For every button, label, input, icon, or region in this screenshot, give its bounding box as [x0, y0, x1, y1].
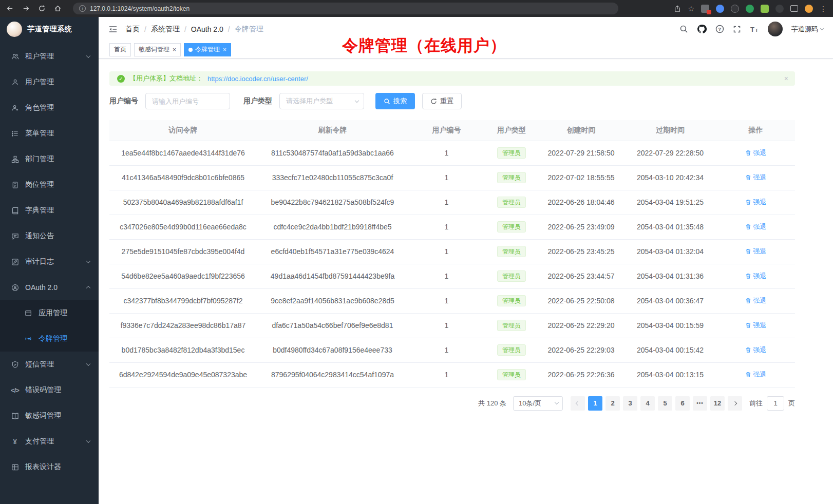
- github-icon[interactable]: [697, 24, 707, 34]
- user-avatar[interactable]: [768, 22, 783, 36]
- page-size-value: 10条/页: [519, 399, 541, 408]
- goto-page-input[interactable]: [767, 396, 784, 411]
- more-pages-button[interactable]: •••: [693, 396, 707, 411]
- breadcrumb-home[interactable]: 首页: [125, 25, 140, 34]
- app-logo-row[interactable]: 芋道管理系统: [0, 17, 99, 41]
- sidebar-item-role[interactable]: 角色管理: [0, 95, 99, 121]
- goto-suffix: 页: [788, 399, 795, 408]
- extensions-icon[interactable]: [701, 5, 709, 13]
- sidebar-item-report-designer[interactable]: 报表设计器: [0, 454, 99, 480]
- doc-link[interactable]: https://doc.iocoder.cn/user-center/: [207, 75, 308, 83]
- sidebar-item-label: 通知公告: [25, 231, 54, 241]
- home-icon[interactable]: [54, 5, 62, 12]
- sidebar-item-menu[interactable]: 菜单管理: [0, 121, 99, 146]
- page-button-5[interactable]: 5: [658, 396, 672, 411]
- user-id-label: 用户编号: [109, 96, 138, 106]
- created-time-cell: 2022-06-25 22:29:03: [538, 338, 624, 362]
- extension-gray-icon[interactable]: [775, 5, 784, 13]
- tab-label: 首页: [114, 45, 126, 54]
- tab-token[interactable]: 令牌管理 ×: [184, 43, 231, 56]
- sidebar-item-label: 应用管理: [39, 308, 67, 318]
- sidebar-item-label: 岗位管理: [25, 180, 54, 189]
- user-type-cell: 管理员: [485, 313, 538, 338]
- sidebar-item-pay[interactable]: ¥ 支付管理: [0, 429, 99, 454]
- share-icon[interactable]: [674, 5, 681, 12]
- page-button-3[interactable]: 3: [623, 396, 637, 411]
- force-logout-button[interactable]: 强退: [745, 222, 767, 231]
- sidebar-item-sensitive-word[interactable]: 敏感词管理: [0, 403, 99, 429]
- site-info-icon[interactable]: i: [79, 5, 86, 12]
- reset-button[interactable]: 重置: [422, 93, 462, 109]
- table-row: c342377bf8b344799dcbf7bf095287f2 9ce8ef2…: [109, 288, 795, 313]
- reload-icon[interactable]: [38, 5, 46, 12]
- tab-window-icon[interactable]: [790, 5, 798, 12]
- address-bar[interactable]: i 127.0.0.1:1024/system/oauth2/token: [73, 3, 618, 14]
- col-expires: 过期时间: [624, 120, 716, 141]
- breadcrumb-system[interactable]: 系统管理: [151, 25, 180, 34]
- page-button-6[interactable]: 6: [675, 396, 690, 411]
- sidebar-item-oauth-apps[interactable]: 应用管理: [0, 300, 99, 326]
- force-logout-button[interactable]: 强退: [745, 370, 767, 379]
- next-page-button[interactable]: [728, 396, 742, 411]
- font-size-icon[interactable]: TT: [750, 25, 759, 33]
- force-logout-button[interactable]: 强退: [745, 148, 767, 158]
- back-icon[interactable]: [6, 5, 14, 12]
- access-token-cell: c347026e805e4d99b0d116eae66eda8c: [109, 215, 257, 239]
- force-logout-button[interactable]: 强退: [745, 345, 767, 355]
- sidebar-item-post[interactable]: 岗位管理: [0, 172, 99, 198]
- oauth-icon: [11, 283, 19, 292]
- profile-avatar-icon[interactable]: [805, 5, 813, 13]
- sidebar-item-audit-log[interactable]: 审计日志: [0, 249, 99, 275]
- force-logout-button[interactable]: 强退: [745, 272, 767, 281]
- force-logout-button[interactable]: 强退: [745, 173, 767, 182]
- sidebar-item-sms[interactable]: 短信管理: [0, 352, 99, 377]
- sidebar-item-oauth-token[interactable]: 令牌管理: [0, 326, 99, 352]
- extension-dark-icon[interactable]: [731, 5, 739, 13]
- extension-green-icon[interactable]: [746, 5, 754, 13]
- force-logout-button[interactable]: 强退: [745, 198, 767, 207]
- chevron-down-icon: [820, 26, 824, 30]
- sidebar-item-errcode[interactable]: </> 错误码管理: [0, 377, 99, 403]
- expire-time-cell: 2054-03-04 01:31:36: [624, 264, 716, 288]
- extension-puzzle-icon[interactable]: [761, 5, 769, 13]
- expire-time-cell: 2054-03-04 00:15:42: [624, 338, 716, 362]
- user-id-input[interactable]: [145, 93, 230, 109]
- forward-icon[interactable]: [22, 5, 30, 12]
- close-icon[interactable]: ×: [173, 47, 176, 53]
- sidebar-item-tenant[interactable]: 租户管理: [0, 44, 99, 69]
- user-type-select[interactable]: 请选择用户类型: [279, 93, 364, 109]
- breadcrumb-separator: /: [144, 25, 146, 33]
- sidebar-item-notice[interactable]: 通知公告: [0, 223, 99, 249]
- page-button-1[interactable]: 1: [588, 396, 602, 411]
- bookmark-star-icon[interactable]: ☆: [688, 5, 694, 12]
- sidebar-item-oauth[interactable]: OAuth 2.0: [0, 275, 99, 300]
- browser-menu-icon[interactable]: ⋮: [820, 5, 827, 12]
- search-button[interactable]: 搜索: [375, 93, 415, 109]
- tab-home[interactable]: 首页: [109, 43, 131, 56]
- sidebar-item-dept[interactable]: 部门管理: [0, 146, 99, 172]
- breadcrumb-oauth[interactable]: OAuth 2.0: [191, 25, 223, 33]
- sidebar-item-user[interactable]: 用户管理: [0, 69, 99, 95]
- user-type-cell: 管理员: [485, 190, 538, 215]
- sidebar-item-dict[interactable]: 字典管理: [0, 198, 99, 223]
- extension-blue-icon[interactable]: [716, 5, 724, 13]
- help-icon[interactable]: ?: [715, 25, 724, 33]
- page-button-2[interactable]: 2: [605, 396, 620, 411]
- force-logout-label: 强退: [753, 296, 767, 305]
- force-logout-button[interactable]: 强退: [745, 321, 767, 330]
- sidebar-item-label: 部门管理: [25, 154, 54, 164]
- page-size-select[interactable]: 10条/页: [513, 396, 563, 411]
- force-logout-button[interactable]: 强退: [745, 296, 767, 305]
- collapse-sidebar-icon[interactable]: [108, 25, 118, 33]
- page-button-4[interactable]: 4: [640, 396, 655, 411]
- alert-close-icon[interactable]: ×: [784, 74, 788, 83]
- force-logout-label: 强退: [753, 222, 767, 231]
- force-logout-button[interactable]: 强退: [745, 247, 767, 256]
- prev-page-button[interactable]: [571, 396, 585, 411]
- user-menu[interactable]: 芋道源码: [791, 25, 823, 34]
- tab-sensitive-word[interactable]: 敏感词管理 ×: [134, 43, 181, 56]
- page-button-12[interactable]: 12: [710, 396, 725, 411]
- search-icon[interactable]: [679, 25, 688, 33]
- close-icon[interactable]: ×: [223, 47, 226, 53]
- fullscreen-icon[interactable]: [733, 25, 741, 33]
